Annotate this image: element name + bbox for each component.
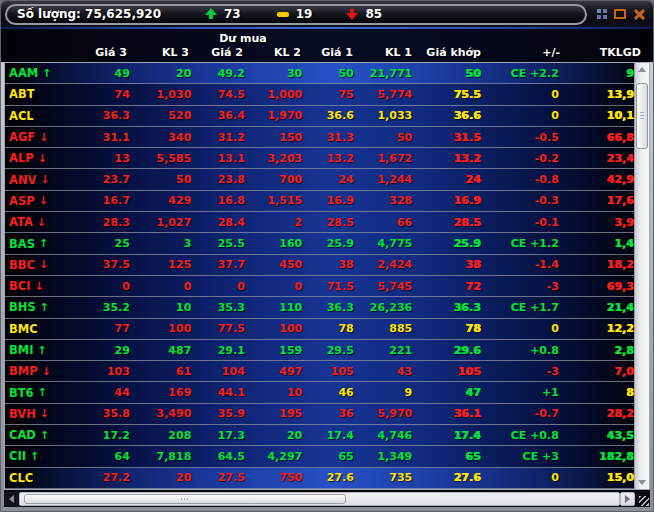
column-header[interactable]: Giá 2 [189,46,243,59]
cell: -0.1 [481,216,559,229]
restore-icon[interactable] [614,9,626,19]
ticker-cell: BAS↑ [9,237,72,251]
table-row[interactable]: BMP↓1036110449710543105-37,008 [5,361,649,382]
table-row[interactable]: BVH↓35.83,49035.9195365,97036.1-0.728,23… [5,404,649,425]
table-row[interactable]: ASP↓16.742916.81,51516.932816.9-0.317,62… [5,191,649,212]
cell: 5,970 [354,407,412,420]
cell: 520 [130,109,191,122]
cell: 1,970 [245,109,302,122]
table-row[interactable]: BCI↓000071.55,74572-369,357 [5,276,649,297]
cell: 75.5 [412,88,480,101]
cell: 25.9 [302,237,354,250]
cell: 78 [412,322,480,335]
cell: 4,775 [354,237,412,250]
table-row[interactable]: ABT741,03074.51,000755,77475.5013,948 [5,84,649,105]
close-icon[interactable] [633,8,646,20]
cell: 5,585 [130,152,191,165]
table-row[interactable]: ANV↓23.75023.8700241,24424-0.842,974 [5,169,649,190]
horizontal-scrollbar[interactable] [4,491,650,507]
cell: 46 [302,386,354,399]
cell: 36 [302,407,354,420]
cell: CE +2.2 [481,67,559,80]
cell: 2,424 [354,258,412,271]
resize-grip[interactable] [635,492,650,506]
cell: 450 [245,258,302,271]
horizontal-scroll-thumb[interactable] [24,494,346,504]
cell: 72 [412,280,480,293]
grid-icon[interactable] [597,9,607,19]
ticker-cell: BCI↓ [9,279,72,293]
table-row[interactable]: AGF↓31.134031.215031.35031.5-0.566,808 [5,127,649,148]
trend-up-icon: ↑ [42,67,51,80]
cell: 30 [245,67,302,80]
unchanged-dash-icon [277,12,289,17]
cell: 50 [412,67,480,80]
table-row[interactable]: BT6↑4416944.11046947+1853 [5,382,649,403]
ticker-cell: ATA↓ [9,215,72,229]
cell: 28.5 [302,216,354,229]
column-header[interactable]: KL 1 [353,46,412,59]
cell: 44 [72,386,129,399]
cell: 71.5 [302,280,354,293]
column-header[interactable]: +/- [481,46,560,59]
column-header[interactable]: Giá khớp [412,46,481,59]
cell: 1,027 [130,216,191,229]
table-row[interactable]: CLC27.22027.575027.673527.6015,053 [5,468,649,489]
cell: 4,746 [354,429,412,442]
column-header[interactable]: Giá 1 [301,46,353,59]
cell: 735 [354,471,412,484]
cell: +1 [481,386,559,399]
trend-up-icon: ↑ [39,237,48,250]
cell: 61 [130,365,191,378]
table-row[interactable]: BHS↑35.21035.311036.326,23636.3CE +1.721… [5,297,649,318]
column-header[interactable]: KL 3 [127,46,189,59]
table-row[interactable]: ATA↓28.31,02728.4228.56628.5-0.13,985 [5,212,649,233]
window-title: Số lượng: 75,625,920 [17,7,161,21]
table-row[interactable]: BAS↑25325.516025.94,77525.9CE +1.21,430 [5,233,649,254]
cell: 13.2 [412,152,480,165]
trend-down-icon: ↓ [40,407,49,420]
table-row[interactable]: BBC↓37.512537.7450382,42438-1.418,275 [5,255,649,276]
cell: 25.5 [191,237,245,250]
client-area: AAM↑492049.2305021,77150CE +2.2915ABT741… [4,62,650,507]
ticker-cell: ASP↓ [9,194,72,208]
horizontal-scroll-track[interactable] [19,492,620,506]
cell: CE +0.8 [481,429,559,442]
trend-up-icon: ↑ [40,429,49,442]
cell: 36.4 [191,109,245,122]
cell: 29 [72,344,129,357]
table-row[interactable]: BMC7710077.51007888578012,268 [5,319,649,340]
cell: 13.2 [302,152,354,165]
table-row[interactable]: ACL36.352036.41,97036.61,03336.6010,107 [5,106,649,127]
table-row[interactable]: BMI↑2948729.115929.522129.6+0.82,849 [5,340,649,361]
table-row[interactable]: CII↑647,81864.54,297651,34965CE +3182,82… [5,446,649,467]
cell: 38 [412,258,480,271]
cell: 160 [245,237,302,250]
scroll-up-icon[interactable] [635,67,649,72]
cell: 25 [72,237,129,250]
ticker-column-header [5,46,69,59]
ticker-cell: ALP↓ [9,151,72,165]
column-header[interactable]: Giá 3 [69,46,127,59]
scroll-left-icon[interactable] [4,492,19,506]
cell: 35.3 [191,301,245,314]
cell: 159 [245,344,302,357]
table-row[interactable]: AAM↑492049.2305021,77150CE +2.2915 [5,63,649,84]
cell: 36.6 [412,109,480,122]
cell: 700 [245,173,302,186]
column-header[interactable]: TKLGD [560,46,651,59]
scroll-down-icon[interactable] [635,480,649,485]
cell: 105 [302,365,354,378]
cell: 29.1 [191,344,245,357]
scroll-right-icon[interactable] [620,492,635,506]
cell: 20 [130,67,191,80]
column-header[interactable]: KL 2 [243,46,301,59]
table-row[interactable]: CAD↑17.220817.32017.44,74617.4CE +0.843,… [5,425,649,446]
trend-down-icon: ↓ [40,173,49,186]
cell: 3 [130,237,191,250]
cell: 24 [302,173,354,186]
cell: 36.3 [302,301,354,314]
table-row[interactable]: ALP↓135,58513.13,20313.21,67213.2-0.223,… [5,148,649,169]
vertical-scrollbar[interactable] [634,63,649,489]
vertical-scroll-thumb[interactable] [636,83,648,149]
